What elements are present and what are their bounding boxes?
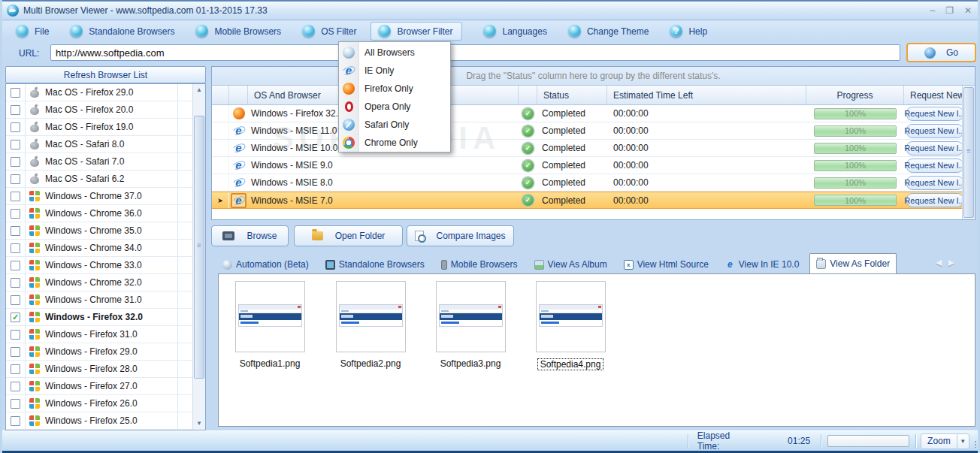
grid-group-hint[interactable]: Drag the "Status" column here to group b… <box>212 67 975 86</box>
list-item[interactable]: Mac OS - Safari 7.0 <box>6 153 205 171</box>
list-item[interactable]: Windows - Chrome 34.0 <box>6 240 205 257</box>
request-new-image-button[interactable]: Request New I... <box>906 141 963 156</box>
file-name[interactable]: Softpedia4.png <box>537 358 604 370</box>
table-row[interactable]: Windows - Firefox 32.0 Completed 00:00:0… <box>212 105 975 122</box>
file-item[interactable]: Softpedia2.png <box>333 281 408 370</box>
go-button[interactable]: Go <box>906 43 976 62</box>
tab-scroll-right-icon[interactable]: ▶ <box>948 258 954 267</box>
checkbox[interactable] <box>11 399 20 409</box>
list-item[interactable]: Windows - Chrome 32.0 <box>6 274 205 291</box>
file-thumbnail[interactable] <box>336 281 406 352</box>
list-item[interactable]: Windows - Chrome 37.0 <box>6 188 205 205</box>
header-request-new-image[interactable]: Request New Im... <box>904 86 966 104</box>
minimize-button[interactable]: – <box>930 5 935 16</box>
tab-view-as-album[interactable]: View As Album <box>528 255 613 273</box>
list-item[interactable]: Windows - Firefox 26.0 <box>6 395 205 412</box>
menu-item-safari-only[interactable]: Safari Only <box>339 116 450 134</box>
table-row[interactable]: e Windows - MSIE 11.0 Completed 00:00:00… <box>212 122 975 140</box>
checkbox[interactable] <box>11 192 20 201</box>
list-item[interactable]: Mac OS - Safari 6.2 <box>6 171 205 188</box>
scrollbar-thumb[interactable] <box>963 87 974 218</box>
checkbox[interactable] <box>11 295 20 305</box>
menu-os-filter[interactable]: OS Filter <box>302 25 356 38</box>
checkbox[interactable] <box>11 330 20 340</box>
scroll-down-icon[interactable]: ▼ <box>193 418 205 430</box>
list-item[interactable]: Windows - Firefox 25.0 <box>6 412 205 430</box>
scrollbar-thumb[interactable] <box>194 116 204 379</box>
menu-item-ie-only[interactable]: e IE Only <box>339 62 450 80</box>
browse-button[interactable]: Browse <box>211 225 289 246</box>
close-button[interactable]: ✕ <box>964 5 972 16</box>
maximize-button[interactable]: ❐ <box>945 5 954 16</box>
table-row[interactable]: e Windows - MSIE 9.0 Completed 00:00:00 … <box>212 157 975 174</box>
checkbox[interactable] <box>11 278 20 288</box>
request-new-image-button[interactable]: Request New I... <box>906 176 963 190</box>
chevron-down-icon[interactable]: ▼ <box>957 434 969 448</box>
menu-item-opera-only[interactable]: Opera Only <box>339 98 450 116</box>
list-item[interactable]: Windows - Chrome 33.0 <box>6 257 205 274</box>
checkbox[interactable] <box>11 88 20 98</box>
file-name[interactable]: Softpedia1.png <box>237 358 303 369</box>
request-new-image-button[interactable]: Request New I... <box>906 107 963 121</box>
list-item[interactable]: Mac OS - Firefox 29.0 <box>6 84 205 101</box>
checkbox[interactable] <box>11 174 20 184</box>
menu-change-theme[interactable]: Change Theme <box>568 25 649 38</box>
menu-item-firefox-only[interactable]: Firefox Only <box>339 80 450 98</box>
checkbox[interactable] <box>11 382 20 391</box>
request-new-image-button[interactable]: Request New I... <box>906 159 963 173</box>
resize-grip[interactable] <box>974 440 980 448</box>
file-item-selected[interactable]: Softpedia4.png <box>533 281 608 370</box>
checkbox[interactable] <box>11 157 20 167</box>
tab-view-in-ie[interactable]: eView In IE 10.0 <box>719 255 806 273</box>
tab-view-html-source[interactable]: View Html Source <box>618 255 715 273</box>
file-name[interactable]: Softpedia2.png <box>338 358 404 369</box>
checkbox[interactable] <box>11 122 20 132</box>
list-item[interactable]: ✓Windows - Firefox 32.0 <box>6 309 205 326</box>
tab-automation-beta[interactable]: Automation (Beta) <box>216 255 315 273</box>
tab-scroll-left-icon[interactable]: ◀ <box>936 258 942 267</box>
menu-item-all-browsers[interactable]: All Browsers <box>339 44 450 62</box>
file-thumbnail[interactable] <box>235 281 305 352</box>
file-item[interactable]: Softpedia3.png <box>433 281 508 370</box>
header-progress[interactable]: Progress <box>806 86 904 104</box>
list-item[interactable]: Windows - Firefox 29.0 <box>6 343 205 361</box>
checkbox[interactable] <box>11 105 20 115</box>
menu-item-chrome-only[interactable]: Chrome Only <box>339 134 450 152</box>
list-item[interactable]: Windows - Chrome 36.0 <box>6 205 205 222</box>
checkbox[interactable] <box>11 416 20 426</box>
tab-standalone-browsers[interactable]: Standalone Browsers <box>319 255 431 273</box>
compare-images-button[interactable]: Compare Images <box>407 225 514 246</box>
tab-mobile-browsers[interactable]: Mobile Browsers <box>435 255 524 273</box>
list-item[interactable]: Windows - Firefox 27.0 <box>6 378 205 395</box>
menu-standalone-browsers[interactable]: Standalone Browsers <box>70 25 174 38</box>
menu-mobile-browsers[interactable]: Mobile Browsers <box>195 25 281 38</box>
checkbox-checked[interactable]: ✓ <box>11 313 20 322</box>
checkbox[interactable] <box>11 243 20 253</box>
checkbox[interactable] <box>11 347 20 357</box>
tab-view-as-folder[interactable]: View As Folder <box>809 253 897 273</box>
list-item[interactable]: Mac OS - Safari 8.0 <box>6 136 205 153</box>
list-item[interactable]: Windows - Firefox 31.0 <box>6 326 205 343</box>
file-item[interactable]: Softpedia1.png <box>232 281 307 370</box>
list-item[interactable]: Windows - Firefox 28.0 <box>6 361 205 378</box>
open-folder-button[interactable]: Open Folder <box>294 225 403 246</box>
file-thumbnail[interactable] <box>436 281 506 352</box>
file-name[interactable]: Softpedia3.png <box>438 358 504 369</box>
list-item[interactable]: Mac OS - Firefox 20.0 <box>6 101 205 119</box>
table-row-selected[interactable]: e Windows - MSIE 7.0 Completed 00:00:00 … <box>212 192 975 209</box>
table-row[interactable]: e Windows - MSIE 10.0 Completed 00:00:00… <box>212 140 975 157</box>
checkbox[interactable] <box>11 226 20 236</box>
folder-view[interactable]: Softpedia1.png Softpedia2.png Softpedia3… <box>218 273 975 427</box>
scroll-up-icon[interactable]: ▲ <box>193 84 205 96</box>
menu-file[interactable]: File <box>16 25 49 38</box>
menu-browser-filter[interactable]: Browser Filter <box>371 22 462 41</box>
checkbox[interactable] <box>11 261 20 270</box>
grid-scrollbar[interactable] <box>962 86 975 219</box>
request-new-image-button[interactable]: Request New I... <box>906 193 963 207</box>
list-item[interactable]: Windows - Chrome 31.0 <box>6 291 205 309</box>
checkbox[interactable] <box>11 364 20 374</box>
menu-languages[interactable]: Languages <box>483 25 546 38</box>
list-item[interactable]: Windows - Chrome 35.0 <box>6 222 205 240</box>
header-status[interactable]: Status <box>537 86 607 104</box>
menu-help[interactable]: Help <box>670 25 707 38</box>
